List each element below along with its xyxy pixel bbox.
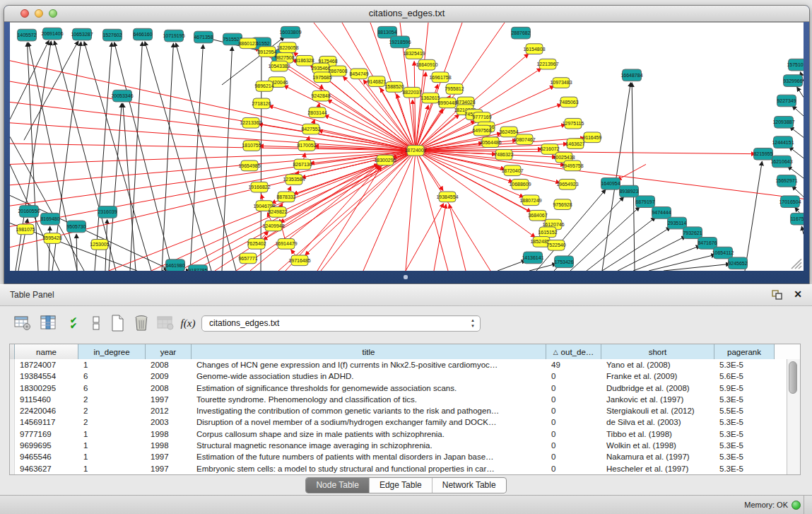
network-canvas[interactable]: 1872400714055722069140610653287152760264… (10, 22, 804, 271)
table-row[interactable]: 1456911722003Disruption of a novel membe… (10, 416, 787, 428)
column-header-short[interactable]: short (601, 344, 714, 359)
column-header-pagerank[interactable]: pagerank (714, 344, 775, 359)
tab-edge-table[interactable]: Edge Table (370, 478, 433, 493)
graph-node[interactable]: 1253005 (90, 240, 109, 250)
graph-node[interactable]: 14136141 (522, 252, 543, 264)
graph-node[interactable]: 18226058 (276, 42, 298, 53)
graph-node[interactable]: 1615152 (538, 227, 557, 238)
table-row[interactable]: 977716911998Corpus callosum shape and si… (10, 428, 787, 440)
column-header-year[interactable]: year (146, 344, 192, 359)
graph-node[interactable]: 7955812 (445, 84, 464, 95)
graph-node[interactable]: 19654923 (556, 179, 578, 189)
table-row[interactable]: 1872400712008Changes of HCN gene express… (10, 359, 787, 370)
graph-node[interactable]: 8249822 (268, 207, 287, 218)
graph-node[interactable]: 8822037 (402, 87, 421, 98)
graph-node[interactable]: 20691406 (41, 28, 63, 40)
graph-node[interactable]: 16914479 (275, 239, 297, 250)
table-row[interactable]: 1938455462009Genome-wide association stu… (10, 370, 787, 382)
graph-node[interactable]: 12213363 (240, 117, 261, 128)
graph-node[interactable]: 19654985 (238, 160, 260, 171)
table-row[interactable]: 946554611997Estimation of the future num… (10, 451, 787, 462)
graph-node[interactable]: 2718126 (252, 98, 271, 109)
graph-node[interactable]: 8912954 (257, 47, 276, 57)
graph-node[interactable]: 12409948 (262, 221, 284, 231)
delete-column-button[interactable] (131, 313, 151, 334)
graph-node[interactable]: 8427552 (301, 124, 320, 134)
graph-node[interactable]: 16648784 (620, 69, 642, 81)
graph-node[interactable]: 6879197 (635, 196, 654, 208)
table-row[interactable]: 946362711997Embryonic stem cells: a mode… (10, 463, 787, 474)
tab-network-table[interactable]: Network Table (433, 478, 506, 493)
graph-node[interactable]: 19495758 (561, 160, 583, 171)
graph-node[interactable]: 18640910 (416, 59, 437, 70)
graph-node[interactable]: 8860123 (238, 38, 257, 49)
graph-node[interactable]: 9756928 (553, 199, 572, 210)
graph-node[interactable]: 9505730 (66, 221, 86, 233)
graph-node[interactable]: 4671358 (194, 31, 213, 43)
graph-node[interactable]: 7486322 (494, 149, 513, 160)
graph-node[interactable]: 12975115 (563, 118, 584, 129)
graph-node[interactable]: 12213967 (536, 59, 558, 69)
graph-node[interactable]: 9245652 (728, 257, 747, 269)
graph-node[interactable]: 8267130 (293, 159, 312, 170)
canvas-resize-grip[interactable] (792, 259, 801, 269)
tab-node-table[interactable]: Node Table (306, 478, 370, 493)
graph-node[interactable]: 16033809 (279, 26, 301, 38)
graph-node[interactable]: 1588520 (384, 82, 404, 93)
graph-node[interactable]: 7625402 (247, 239, 266, 250)
graph-node[interactable]: 20053346 (111, 90, 133, 102)
graph-node[interactable]: 2935114 (668, 217, 687, 229)
graph-node[interactable]: 12444151 (772, 136, 794, 148)
graph-node[interactable]: 10807467 (513, 134, 535, 145)
graph-node[interactable]: 16210643 (770, 156, 792, 168)
graph-node[interactable]: 9474444 (652, 207, 671, 219)
graph-node[interactable]: 15692971 (775, 175, 797, 187)
graph-node[interactable]: 1405572 (17, 29, 36, 41)
graph-node[interactable]: 12353584 (283, 175, 305, 185)
graph-node[interactable]: 1463627 (565, 139, 584, 149)
table-row[interactable]: 969969511998Structural magnetic resonanc… (10, 440, 787, 451)
graph-node[interactable]: 9242848 (311, 90, 330, 101)
graph-node[interactable]: 9896214 (254, 81, 273, 92)
graph-node[interactable]: 10543382 (268, 61, 290, 71)
graph-node[interactable]: 10719195 (163, 30, 184, 42)
column-header-title[interactable]: title (192, 344, 546, 359)
column-header-name[interactable]: name (15, 344, 78, 359)
graph-node[interactable]: 8878332 (276, 192, 295, 202)
graph-node[interactable]: 9657771 (238, 253, 257, 264)
deselect-all-rows-button[interactable] (86, 313, 106, 334)
graph-node[interactable]: 19218596 (389, 36, 411, 48)
graph-node[interactable]: 8938923 (619, 185, 638, 197)
graph-node[interactable]: 3684067 (528, 210, 547, 221)
column-header-out_degree[interactable]: △out_de… (546, 344, 601, 359)
graph-node[interactable]: 16154808 (523, 44, 545, 54)
graph-node[interactable]: 16961758 (429, 72, 451, 83)
graph-node[interactable]: 12093887 (772, 116, 794, 128)
table-settings-button[interactable] (13, 313, 33, 334)
graph-node[interactable]: 6461980 (165, 259, 184, 271)
graph-node[interactable]: 8170052 (297, 141, 316, 151)
graph-node[interactable]: 1527602 (102, 29, 122, 41)
graph-node[interactable]: 1975685 (312, 72, 331, 83)
table-source-select[interactable]: citations_edges.txt ▲▼ (201, 315, 481, 332)
graph-node[interactable]: 8186328 (295, 55, 314, 66)
vertical-scrollbar[interactable] (787, 359, 800, 474)
graph-node[interactable]: 8454749 (349, 69, 368, 79)
table-row[interactable]: 2242004622012Investigating the contribut… (10, 405, 787, 416)
scrollbar-thumb[interactable] (789, 361, 797, 394)
graph-node[interactable]: 6466160 (133, 28, 152, 40)
graph-node[interactable]: 7522540 (546, 240, 565, 250)
float-panel-icon[interactable] (772, 290, 782, 300)
graph-node[interactable]: 19166822 (248, 182, 270, 192)
window-titlebar[interactable]: citations_edges.txt (4, 6, 809, 22)
graph-node[interactable]: 7932621 (683, 227, 702, 239)
graph-node[interactable]: 1167533 (791, 213, 804, 225)
new-column-button[interactable] (107, 313, 127, 334)
graph-node[interactable]: 1753426 (554, 256, 573, 268)
graph-node[interactable]: 2887682 (511, 27, 530, 39)
memory-status-icon[interactable] (792, 501, 801, 510)
graph-node[interactable]: 8215955 (753, 148, 772, 160)
graph-node[interactable]: 20160550 (18, 206, 40, 218)
graph-node[interactable]: 9777169 (472, 112, 491, 123)
close-panel-icon[interactable]: ✕ (794, 288, 802, 300)
